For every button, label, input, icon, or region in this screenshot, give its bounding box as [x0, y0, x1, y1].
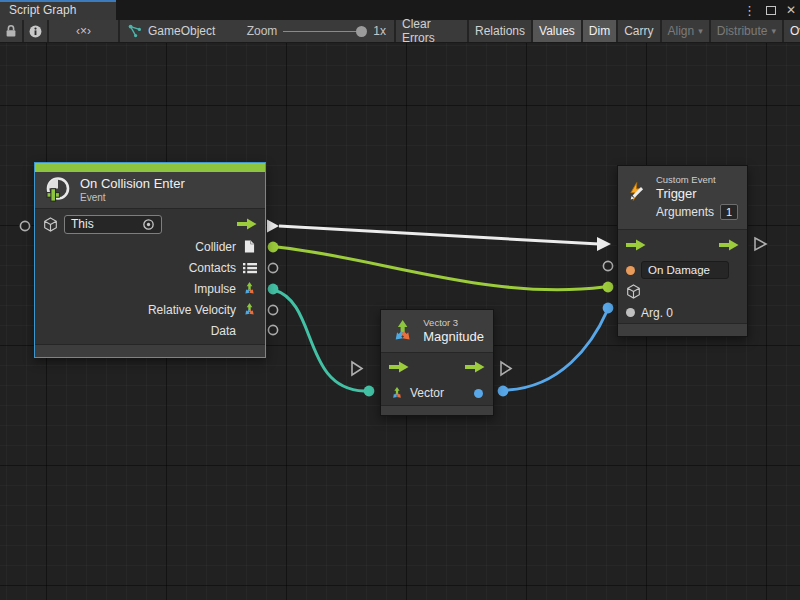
window-menu-icon[interactable]: ⋮: [743, 4, 756, 17]
event-name-field[interactable]: On Damage: [641, 261, 729, 279]
node-custom-event-trigger[interactable]: Custom Event Trigger Arguments 1 On Da: [617, 165, 748, 337]
custom-event-icon: [627, 177, 648, 207]
port-contacts-out[interactable]: [268, 263, 277, 272]
graph-context-segment: GameObject Zoom 1x: [120, 20, 394, 42]
tab-bar: Script Graph ⋮ ✕: [0, 0, 800, 20]
button-label: Distribute: [717, 24, 768, 38]
event-accent-strip: [35, 163, 265, 172]
object-input-dot-icon: [626, 308, 635, 317]
target-field[interactable]: This: [64, 215, 162, 234]
port-impulse-out[interactable]: [268, 284, 279, 295]
event-name-value: On Damage: [648, 264, 710, 276]
vector3-axis-icon: [242, 281, 257, 296]
button-label: Carry: [624, 24, 653, 38]
port-magnitude-flow-in[interactable]: [352, 362, 362, 375]
port-magnitude-flow-out[interactable]: [501, 362, 511, 375]
vector3-axis-icon: [390, 317, 415, 345]
button-label: Relations: [475, 24, 525, 38]
carry-toggle[interactable]: Carry: [618, 20, 659, 42]
graph-icon: [128, 24, 142, 38]
values-toggle[interactable]: Values: [533, 20, 581, 42]
port-vector-in-connected[interactable]: [364, 386, 375, 397]
node-on-collision-enter[interactable]: On Collision Enter Event This: [34, 162, 266, 358]
code-icon: ‹×›: [76, 24, 91, 38]
arguments-count-field[interactable]: 1: [720, 204, 738, 220]
flow-out-arrow-icon: [719, 239, 739, 251]
port-event-target-in[interactable]: [603, 282, 614, 293]
info-icon: [29, 25, 42, 38]
port-label-data: Data: [211, 324, 236, 338]
button-label: Align: [668, 24, 695, 38]
chevron-down-icon: ▾: [771, 26, 776, 36]
port-label-contacts: Contacts: [189, 261, 236, 275]
code-view-button[interactable]: ‹×›: [49, 20, 118, 42]
graph-toolbar: ‹×› GameObject Zoom 1x Clear Errors Rela…: [0, 20, 800, 43]
zoom-slider[interactable]: [283, 20, 367, 42]
button-label: Dim: [589, 24, 610, 38]
port-label-impulse: Impulse: [194, 282, 236, 296]
relations-button[interactable]: Relations: [469, 20, 531, 42]
float-output-dot-icon: [474, 389, 483, 398]
arguments-label: Arguments: [656, 205, 714, 219]
port-label-arg0: Arg. 0: [641, 306, 673, 320]
node-footer: [381, 405, 493, 415]
node-title: On Collision Enter: [80, 176, 185, 192]
collider-file-icon: [242, 239, 257, 254]
port-data-out[interactable]: [268, 325, 277, 334]
close-icon[interactable]: ✕: [786, 4, 796, 16]
node-footer: [35, 344, 265, 357]
string-input-dot-icon: [626, 266, 635, 275]
port-this-input[interactable]: [20, 221, 29, 230]
script-graph-window: Script Graph ⋮ ✕ ‹×› GameObject Zoom: [0, 0, 800, 600]
zoom-slider-handle[interactable]: [356, 26, 367, 37]
flow-in-arrow-icon: [626, 239, 646, 251]
clear-errors-button[interactable]: Clear Errors: [396, 20, 467, 42]
tab-title: Script Graph: [9, 3, 76, 17]
chevron-down-icon: ▾: [698, 26, 703, 36]
button-label: Values: [539, 24, 575, 38]
lock-icon: [5, 24, 17, 38]
port-relative-velocity-out[interactable]: [268, 305, 277, 314]
zoom-label: Zoom: [247, 24, 278, 38]
zoom-slider-track: [283, 31, 363, 33]
wire-impulse-to-vector[interactable]: [274, 290, 364, 391]
maximize-icon[interactable]: [766, 6, 776, 15]
window-controls: ⋮ ✕: [743, 0, 796, 20]
overview-button[interactable]: Overv: [784, 20, 800, 42]
button-label: Overv: [790, 24, 800, 38]
object-picker-icon[interactable]: [142, 218, 155, 231]
info-button[interactable]: [24, 20, 47, 42]
port-flow-out-connected[interactable]: [267, 220, 279, 233]
tab-script-graph[interactable]: Script Graph: [0, 0, 116, 20]
empty-icon-slot: [242, 323, 257, 338]
wire-flow-collision-to-trigger[interactable]: [279, 226, 599, 244]
gameobject-cube-icon: [43, 217, 58, 232]
graph-canvas[interactable]: On Collision Enter Event This: [0, 43, 800, 600]
wire-collider-to-target[interactable]: [277, 247, 604, 290]
port-label-collider: Collider: [195, 240, 236, 254]
port-trigger-flow-out[interactable]: [755, 238, 766, 250]
align-dropdown[interactable]: Align ▾: [662, 20, 709, 42]
flow-out-arrow-icon: [237, 218, 257, 230]
node-title: Trigger: [656, 186, 738, 202]
flow-in-arrow-icon: [389, 361, 409, 373]
wire-flow-arrowhead: [597, 237, 611, 251]
port-event-name-in[interactable]: [603, 261, 612, 270]
node-subtitle: Event: [80, 192, 185, 204]
flow-out-arrow-icon: [465, 361, 485, 373]
gameobject-cube-icon: [626, 284, 641, 299]
port-arg0-in[interactable]: [603, 303, 614, 314]
node-footer: [618, 323, 747, 336]
port-collider-out[interactable]: [268, 242, 279, 253]
wire-magnitude-to-arg0[interactable]: [506, 311, 607, 390]
port-magnitude-value-out[interactable]: [498, 386, 509, 397]
dim-toggle[interactable]: Dim: [583, 20, 616, 42]
node-vector3-magnitude[interactable]: Vector 3 Magnitude Vector: [380, 309, 494, 416]
contacts-list-icon: [242, 260, 257, 275]
node-type-label: Vector 3: [423, 317, 484, 329]
collision-event-icon: [44, 176, 72, 204]
gameobject-label[interactable]: GameObject: [148, 24, 215, 38]
port-label-vector: Vector: [410, 386, 444, 400]
distribute-dropdown[interactable]: Distribute ▾: [711, 20, 782, 42]
lock-button[interactable]: [0, 20, 22, 42]
